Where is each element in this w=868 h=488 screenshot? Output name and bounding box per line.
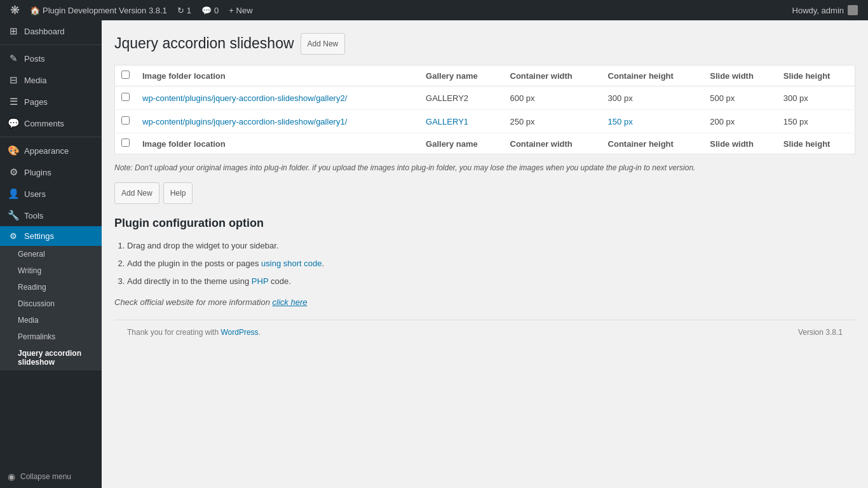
collapse-menu-label: Collapse menu [20, 472, 71, 481]
submenu-item-discussion[interactable]: Discussion [0, 295, 102, 312]
check-official-text: Check official website for more informat… [114, 297, 855, 307]
sidebar-item-tools[interactable]: 🔧 Tools [0, 205, 102, 226]
page-title-wrap: Jquery accordion slideshow Add New [114, 33, 855, 55]
config-steps-list: Drag and drop the widget to your sidebar… [127, 238, 855, 290]
config-step-1: Drag and drop the widget to your sidebar… [127, 238, 855, 254]
cell-image-folder: wp-content/plugins/jquery-accordion-slid… [136, 110, 419, 133]
sidebar-item-settings[interactable]: ⚙ Settings [0, 226, 102, 246]
click-here-label: click here [273, 297, 308, 307]
site-name-button[interactable]: 🏠 Plugin Development Version 3.8.1 [25, 0, 172, 20]
col-header-container-height: Container height [602, 65, 704, 86]
submenu-item-general[interactable]: General [0, 246, 102, 262]
new-label: + New [229, 6, 252, 15]
site-name: Plugin Development Version 3.8.1 [43, 6, 167, 15]
col-header-slide-width: Slide width [703, 65, 776, 86]
config-section: Plugin configuration option Drag and dro… [114, 217, 855, 307]
howdy-text: Howdy, admin [792, 6, 844, 15]
media-icon: ⊟ [8, 74, 19, 86]
submenu-item-media[interactable]: Media [0, 312, 102, 329]
php-link[interactable]: PHP [252, 276, 269, 286]
click-here-link[interactable]: click here [273, 297, 308, 307]
menu-separator-1 [0, 44, 102, 45]
col-footer-checkbox [115, 133, 137, 154]
sidebar-item-pages[interactable]: ☰ Pages [0, 91, 102, 112]
sidebar-item-plugins[interactable]: ⚙ Plugins [0, 161, 102, 183]
select-all-checkbox[interactable] [121, 71, 130, 79]
sidebar-item-appearance[interactable]: 🎨 Appearance [0, 140, 102, 161]
folder-link[interactable]: wp-content/plugins/jquery-accordion-slid… [142, 93, 347, 103]
cell-container-width: 600 px [504, 86, 602, 110]
container-height-link[interactable]: 150 px [608, 117, 633, 126]
users-icon: 👤 [8, 188, 19, 200]
settings-submenu: General Writing Reading Discussion Media… [0, 246, 102, 370]
gallery-name-link[interactable]: GALLERY1 [426, 117, 468, 126]
col-header-container-width: Container width [504, 65, 602, 86]
submenu-item-jquery-accordion[interactable]: Jquery accordion slideshow [0, 345, 102, 370]
plugins-icon: ⚙ [8, 166, 19, 178]
page-title: Jquery accordion slideshow [114, 34, 294, 53]
row-checkbox-cell [115, 86, 137, 110]
submenu-item-permalinks[interactable]: Permalinks [0, 329, 102, 345]
admin-bar: ❋ 🏠 Plugin Development Version 3.8.1 ↻ 1… [0, 0, 868, 20]
add-new-title-button[interactable]: Add New [301, 33, 346, 55]
select-all-bottom-checkbox[interactable] [121, 139, 130, 147]
row-checkbox[interactable] [121, 93, 130, 101]
footer: Thank you for creating with WordPress. V… [114, 320, 855, 344]
sidebar-item-users[interactable]: 👤 Users [0, 183, 102, 205]
sidebar-item-posts[interactable]: ✎ Posts [0, 48, 102, 69]
sidebar-label-media: Media [24, 76, 94, 85]
menu-separator-2 [0, 137, 102, 137]
config-step-2-text-after: . [322, 259, 324, 268]
cell-gallery-name: GALLERY1 [419, 110, 503, 133]
col-footer-gallery-name: Gallery name [419, 133, 503, 154]
table-actions: Add New Help [114, 182, 855, 204]
config-step-2: Add the plugin in the posts or pages usi… [127, 255, 855, 272]
submenu-item-reading[interactable]: Reading [0, 279, 102, 295]
footer-wordpress-link[interactable]: WordPress [220, 328, 258, 337]
sidebar-label-plugins: Plugins [24, 168, 94, 177]
row-checkbox[interactable] [121, 116, 130, 125]
folder-link[interactable]: wp-content/plugins/jquery-accordion-slid… [142, 117, 347, 126]
posts-icon: ✎ [8, 53, 19, 64]
sidebar-item-media[interactable]: ⊟ Media [0, 69, 102, 91]
sidebar-label-pages: Pages [24, 97, 94, 107]
slideshow-table: Image folder location Gallery name Conta… [114, 65, 855, 154]
footer-left: Thank you for creating with WordPress. [127, 328, 261, 337]
table-row: wp-content/plugins/jquery-accordion-slid… [115, 86, 855, 110]
sidebar-label-users: Users [24, 189, 94, 199]
col-footer-container-height: Container height [602, 133, 704, 154]
tools-icon: 🔧 [8, 210, 19, 221]
comments-icon: 💬 [201, 6, 212, 15]
plugin-note: Note: Don't upload your original images … [114, 162, 855, 173]
cell-slide-height: 300 px [777, 86, 855, 110]
new-content-button[interactable]: + New [224, 0, 257, 20]
dashboard-icon: ⊞ [8, 25, 19, 37]
cell-container-height: 300 px [602, 86, 704, 110]
user-info[interactable]: Howdy, admin [792, 5, 858, 15]
footer-wordpress: WordPress [220, 328, 258, 337]
home-icon: 🏠 [30, 6, 40, 15]
updates-button[interactable]: ↻ 1 [172, 0, 196, 20]
sidebar-item-dashboard[interactable]: ⊞ Dashboard [0, 20, 102, 42]
config-step-3-text-after: code. [268, 276, 290, 286]
help-button[interactable]: Help [163, 182, 193, 204]
wp-logo-icon: ❋ [10, 3, 20, 17]
pages-icon: ☰ [8, 96, 19, 107]
short-code-link[interactable]: using short code [261, 259, 322, 268]
sidebar-item-comments[interactable]: 💬 Comments [0, 112, 102, 134]
col-header-slide-height: Slide height [777, 65, 855, 86]
main-content: Jquery accordion slideshow Add New Image… [114, 33, 855, 307]
config-step-1-text: Drag and drop the widget to your sidebar… [127, 241, 278, 250]
cell-image-folder: wp-content/plugins/jquery-accordion-slid… [136, 86, 419, 110]
comments-button[interactable]: 💬 0 [196, 0, 224, 20]
cell-gallery-name: GALLERY2 [419, 86, 503, 110]
sidebar-label-dashboard: Dashboard [24, 27, 94, 36]
collapse-menu-button[interactable]: ◉ Collapse menu [0, 465, 102, 488]
add-new-bottom-button[interactable]: Add New [114, 182, 159, 204]
footer-thank-you: Thank you for creating with [127, 328, 219, 337]
cell-container-height: 150 px [602, 110, 704, 133]
wp-logo-button[interactable]: ❋ [5, 0, 25, 20]
submenu-item-writing[interactable]: Writing [0, 262, 102, 279]
config-step-3-text-before: Add directly in to the theme using [127, 276, 252, 286]
col-footer-container-width: Container width [504, 133, 602, 154]
